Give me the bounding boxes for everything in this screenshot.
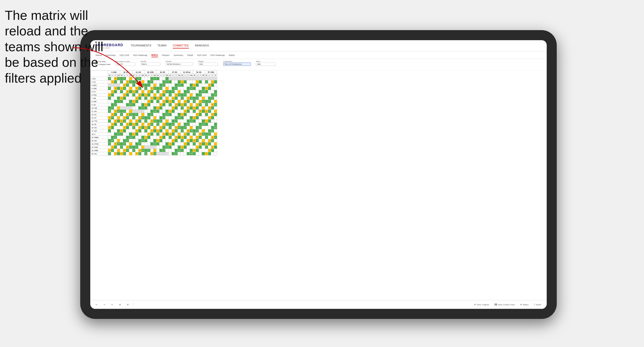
zoom-button[interactable]: ⊕ — [118, 303, 122, 307]
matrix-cell — [150, 126, 153, 129]
subnav-matrix2[interactable]: Matrix — [229, 53, 235, 57]
matrix-cell: 0 — [199, 126, 202, 129]
subnav-matrix1[interactable]: Matrix — [151, 53, 158, 57]
redo-icon: ↪ — [104, 304, 105, 306]
subnav-h2h-grid2[interactable]: H2H Grid — [197, 53, 207, 57]
subnav-summary2[interactable]: Summary — [174, 53, 183, 57]
matrix-cell: 0 — [163, 123, 166, 126]
matrix-cell: 1 — [132, 123, 135, 126]
conference-select[interactable]: Pac-12 Conference — [223, 63, 251, 66]
subnav-h2h-heatmap1[interactable]: H2H Heatmap — [133, 53, 147, 57]
settings-button[interactable]: ⚙ — [125, 303, 130, 307]
matrix-cell: 0 — [163, 149, 166, 152]
matrix-cell — [214, 97, 217, 100]
sub-dif-uw: Dif — [129, 74, 132, 77]
matrix-cell — [156, 110, 159, 113]
refresh-button[interactable]: ↻ — [110, 303, 115, 307]
view-original-label: View: Original — [477, 304, 489, 306]
matrix-cell — [159, 149, 163, 152]
matrix-cell: 0 — [120, 80, 123, 84]
matrix-cell — [123, 113, 126, 116]
matrix-cell: 0 — [184, 126, 187, 129]
matrix-cell — [175, 116, 178, 120]
subnav-h2h-heatmap2[interactable]: H2H Heatmap — [210, 53, 225, 57]
matrix-cell: 1 — [184, 142, 187, 146]
row-label: 15. UF — [91, 123, 108, 126]
subnav-h2h-grid1[interactable]: H2H Grid — [120, 53, 129, 57]
matrix-cell — [150, 93, 153, 97]
matrix-cell — [169, 90, 172, 93]
matrix-cell: 1 — [184, 110, 187, 113]
matrix-cell — [181, 149, 184, 152]
matrix-cell — [187, 142, 190, 146]
matrix-cell: 1 — [208, 106, 211, 110]
matrix-cell — [175, 77, 178, 80]
subnav-detail[interactable]: Detail — [187, 53, 193, 57]
nav-tournaments[interactable]: TOURNAMENTS — [131, 43, 151, 48]
gender-select[interactable]: Men's — [140, 63, 160, 66]
matrix-cell — [166, 103, 169, 106]
save-custom-view-button[interactable]: 💾 Save Custom View — [493, 303, 516, 307]
matrix-cell — [144, 133, 147, 136]
matrix-cell — [138, 110, 141, 113]
matrix-cell — [153, 84, 156, 87]
matrix-cell — [153, 97, 156, 100]
matrix-cell — [132, 146, 135, 149]
matrix-wrapper[interactable]: 3. ASU 10. UW 11. UA 22. UCB 24. UO 27. … — [90, 70, 547, 295]
watch-icon: 👁 — [520, 304, 522, 306]
matrix-cell: 0 — [163, 84, 166, 87]
matrix-cell: 0 — [208, 133, 211, 136]
subnav-players[interactable]: Players — [162, 53, 170, 57]
matrix-cell — [108, 97, 111, 100]
watch-button[interactable]: 👁 Watch — [519, 303, 530, 307]
matrix-cell — [117, 149, 120, 152]
matrix-cell — [156, 126, 159, 129]
team-select[interactable]: (All) — [256, 63, 276, 66]
matrix-cell — [144, 113, 147, 116]
share-button[interactable]: ⤴ Share — [533, 303, 543, 307]
division-select[interactable]: NCAA Division I — [166, 63, 193, 66]
matrix-cell — [141, 93, 144, 97]
sub-l-ucla: L — [184, 74, 187, 77]
table-row: 7. UM11101111001800 — [91, 97, 217, 100]
matrix-cell — [141, 120, 144, 123]
max-teams-select[interactable]: Top 25 — [115, 63, 135, 66]
matrix-cell — [153, 93, 156, 97]
matrix-cell: 0 — [126, 139, 129, 142]
matrix-cell — [187, 110, 190, 113]
matrix-cell: 0 — [123, 77, 126, 80]
view-original-button[interactable]: 👁 View: Original — [472, 303, 491, 307]
matrix-cell — [126, 87, 129, 90]
matrix-cell: 10 — [117, 110, 120, 113]
matrix-cell: 1 — [126, 149, 129, 152]
matrix-cell — [120, 106, 123, 110]
matrix-cell — [178, 152, 181, 155]
redo-button[interactable]: ↪ — [102, 303, 107, 307]
nav-rankings[interactable]: RANKINGS — [195, 43, 209, 48]
matrix-cell — [159, 77, 163, 80]
matrix-cell — [169, 77, 172, 80]
matrix-cell — [156, 142, 159, 146]
matrix-cell — [114, 139, 117, 142]
matrix-cell: 0 — [156, 123, 159, 126]
matrix-cell: 1 — [172, 133, 175, 136]
eye-icon: 👁 — [474, 304, 476, 306]
matrix-cell — [117, 103, 120, 106]
nav-committee[interactable]: COMMITTEE — [173, 43, 189, 48]
matrix-cell — [129, 120, 132, 123]
matrix-cell — [199, 80, 202, 84]
matrix-cell: 0 — [126, 80, 129, 84]
matrix-cell — [184, 97, 187, 100]
matrix-cell — [132, 110, 135, 113]
undo-button[interactable]: ↩ — [94, 303, 99, 307]
matrix-cell: 12 — [178, 84, 181, 87]
matrix-cell — [202, 152, 205, 155]
sub-l-osu: L — [208, 74, 211, 77]
matrix-cell — [190, 100, 193, 103]
matrix-cell — [153, 123, 156, 126]
matrix-cell — [135, 139, 138, 142]
matrix-content[interactable]: 3. ASU 10. UW 11. UA 22. UCB 24. UO 27. … — [90, 70, 547, 295]
matrix-cell: 0 — [138, 149, 141, 152]
region-select[interactable]: N/A — [198, 63, 218, 66]
nav-teams[interactable]: TEAMS — [157, 43, 167, 48]
